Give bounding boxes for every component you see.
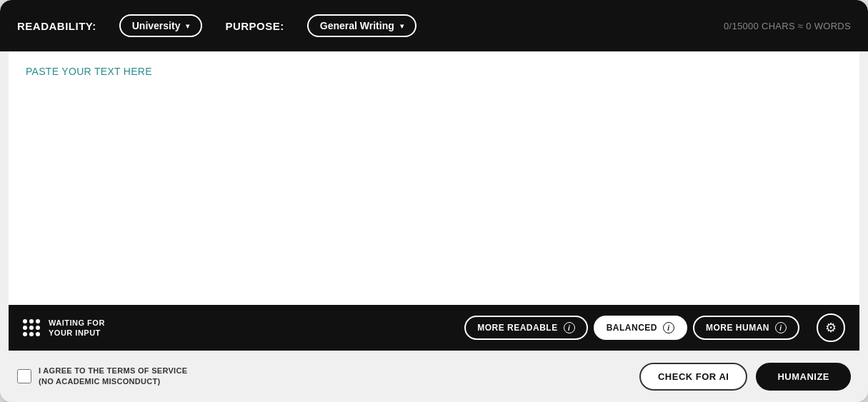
mode-more-readable-label: MORE READABLE <box>477 323 558 333</box>
dot <box>36 319 40 323</box>
purpose-value: General Writing <box>320 20 394 31</box>
mode-buttons: MORE READABLE i BALANCED i MORE HUMAN i <box>464 316 799 340</box>
mode-balanced-label: BALANCED <box>607 323 657 333</box>
dot <box>23 319 27 323</box>
gear-icon: ⚙ <box>825 320 837 336</box>
terms-label: I AGREE TO THE TERMS OF SERVICE(NO ACADE… <box>39 366 187 388</box>
mode-more-human-label: MORE HUMAN <box>706 323 769 333</box>
purpose-chevron-icon: ▾ <box>400 22 404 30</box>
bottom-toolbar: WAITING FOR YOUR INPUT MORE READABLE i B… <box>9 305 859 351</box>
top-bar: READABILITY: University ▾ PURPOSE: Gener… <box>0 0 868 51</box>
mode-more-readable-button[interactable]: MORE READABLE i <box>464 316 588 340</box>
dot <box>29 319 34 323</box>
more-human-info-icon[interactable]: i <box>775 322 787 333</box>
terms-checkbox[interactable] <box>17 369 31 383</box>
purpose-dropdown[interactable]: General Writing ▾ <box>307 14 416 37</box>
dot <box>36 326 40 330</box>
dot <box>36 332 40 336</box>
dot <box>29 332 34 336</box>
status-section: WAITING FOR YOUR INPUT <box>23 318 137 338</box>
mode-more-human-button[interactable]: MORE HUMAN i <box>693 316 799 340</box>
app-container: READABILITY: University ▾ PURPOSE: Gener… <box>0 0 868 402</box>
action-bar: I AGREE TO THE TERMS OF SERVICE(NO ACADE… <box>0 351 868 402</box>
editor-section <box>9 51 859 305</box>
dot <box>29 326 34 330</box>
checkbox-section: I AGREE TO THE TERMS OF SERVICE(NO ACADE… <box>17 366 628 388</box>
dot <box>23 332 27 336</box>
readability-dropdown[interactable]: University ▾ <box>119 14 203 37</box>
settings-button[interactable]: ⚙ <box>817 313 845 342</box>
char-count: 0/15000 CHARS ≈ 0 WORDS <box>724 21 851 31</box>
action-buttons: CHECK FOR AI HUMANIZE <box>639 363 851 391</box>
dots-grid-icon <box>23 319 40 336</box>
readability-chevron-icon: ▾ <box>186 22 189 30</box>
readability-value: University <box>132 20 181 31</box>
text-input[interactable] <box>9 51 859 305</box>
dot <box>23 326 27 330</box>
mode-balanced-button[interactable]: BALANCED i <box>594 316 687 340</box>
purpose-label: PURPOSE: <box>225 20 284 32</box>
balanced-info-icon[interactable]: i <box>663 322 674 333</box>
check-for-ai-button[interactable]: CHECK FOR AI <box>639 363 747 391</box>
status-text: WAITING FOR YOUR INPUT <box>49 318 105 338</box>
readability-label: READABILITY: <box>17 20 96 32</box>
more-readable-info-icon[interactable]: i <box>564 322 575 333</box>
humanize-button[interactable]: HUMANIZE <box>756 363 851 391</box>
